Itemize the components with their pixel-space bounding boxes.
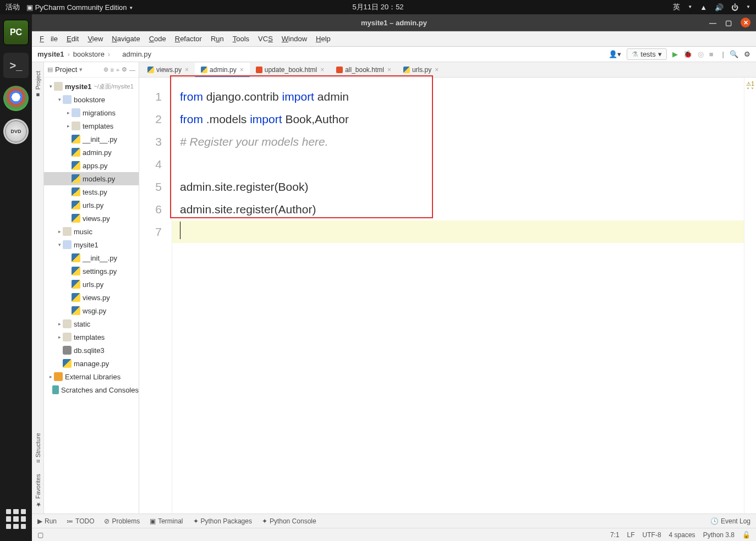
status-interpreter[interactable]: Python 3.8	[703, 531, 735, 539]
settings-icon[interactable]: ⚙	[744, 50, 750, 58]
menu-code[interactable]: Code	[146, 34, 169, 44]
tree-row[interactable]: mysite1	[44, 238, 139, 251]
crumb-file[interactable]: admin.py	[113, 50, 151, 59]
editor-tab[interactable]: views.py×	[141, 63, 195, 77]
minimize-icon[interactable]: —	[709, 19, 716, 27]
hide-icon[interactable]: —	[129, 67, 135, 73]
toolwin-python-console[interactable]: ✦ Python Console	[262, 517, 316, 525]
close-tab-icon[interactable]: ×	[185, 66, 189, 74]
code-editor[interactable]: 1234567 from django.contrib import admin…	[139, 78, 756, 514]
tree-row[interactable]: db.sqlite3	[44, 344, 139, 357]
tree-row[interactable]: External Libraries	[44, 370, 139, 383]
editor-tab[interactable]: update_book.html×	[250, 63, 330, 77]
menu-view[interactable]: View	[84, 34, 106, 44]
tree-row[interactable]: models.py	[44, 172, 139, 185]
chevron-down-icon[interactable]: ▾	[79, 66, 83, 73]
menu-help[interactable]: Help	[313, 34, 334, 44]
tree-row[interactable]: views.py	[44, 291, 139, 304]
run-button[interactable]: ▶	[672, 50, 678, 58]
project-view-title[interactable]: Project	[55, 65, 77, 74]
editor-tab[interactable]: urls.py×	[397, 63, 445, 77]
toolwin-problems[interactable]: ⊘ Problems	[104, 517, 140, 525]
tree-row[interactable]: templates	[44, 330, 139, 344]
toolwin-terminal[interactable]: ▣ Terminal	[150, 517, 183, 525]
toolwin-python-packages[interactable]: ✦ Python Packages	[193, 517, 252, 525]
tree-row[interactable]: __init__.py	[44, 251, 139, 264]
stop-button[interactable]: ■	[709, 50, 714, 58]
status-line-sep[interactable]: LF	[627, 531, 635, 539]
menu-run[interactable]: Run	[207, 34, 227, 44]
close-tab-icon[interactable]: ×	[387, 66, 391, 74]
input-lang[interactable]: 英	[673, 2, 680, 12]
crumb-folder[interactable]: bookstore	[73, 50, 105, 58]
tree-row[interactable]: admin.py	[44, 146, 139, 159]
network-icon[interactable]: ▲	[700, 3, 707, 12]
crumb-root[interactable]: mysite1	[37, 50, 64, 58]
tree-row[interactable]: urls.py	[44, 198, 139, 212]
expand-all-icon[interactable]: ≡	[111, 67, 114, 73]
collapse-all-icon[interactable]: ÷	[116, 67, 119, 73]
tree-row[interactable]: static	[44, 317, 139, 330]
tree-row[interactable]: bookstore	[44, 93, 139, 106]
project-tree[interactable]: mysite1~/桌面/mysite1bookstoremigrationste…	[44, 78, 139, 514]
tree-row[interactable]: music	[44, 225, 139, 238]
status-encoding[interactable]: UTF-8	[643, 531, 661, 539]
tree-row[interactable]: settings.py	[44, 264, 139, 278]
menu-window[interactable]: Window	[278, 34, 310, 44]
menu-vcs[interactable]: VCS	[255, 34, 276, 44]
close-tab-icon[interactable]: ×	[435, 66, 439, 74]
volume-icon[interactable]: 🔊	[715, 3, 724, 12]
tree-row[interactable]: mysite1~/桌面/mysite1	[44, 80, 139, 93]
close-tab-icon[interactable]: ×	[320, 66, 324, 74]
status-caret-pos[interactable]: 7:1	[610, 531, 620, 539]
search-everywhere-icon[interactable]: 🔍	[730, 50, 738, 58]
toolwin-project-tab[interactable]: ■Project	[34, 65, 42, 104]
tree-row[interactable]: migrations	[44, 106, 139, 119]
toolwin-event-log[interactable]: 🕓 Event Log	[710, 517, 750, 525]
debug-button[interactable]: 🐞	[683, 50, 692, 58]
toolwin-run[interactable]: ▶ Run	[37, 517, 57, 525]
launcher-dvd-icon[interactable]: DVD	[3, 119, 29, 144]
window-titlebar[interactable]: mysite1 – admin.py — ▢ ✕	[32, 14, 756, 31]
tree-row[interactable]: wsgi.py	[44, 304, 139, 317]
user-avatar-icon[interactable]: 👤▾	[609, 50, 621, 58]
toolwin-structure-tab[interactable]: ≡Structure	[34, 427, 42, 468]
tree-row[interactable]: __init__.py	[44, 133, 139, 146]
status-indent[interactable]: 4 spaces	[669, 531, 695, 539]
tree-row[interactable]: urls.py	[44, 278, 139, 291]
menu-refactor[interactable]: Refactor	[172, 34, 205, 44]
tree-row[interactable]: apps.py	[44, 159, 139, 172]
menu-file[interactable]: File	[36, 34, 61, 44]
os-app-indicator[interactable]: ▣ PyCharm Community Edition ▼	[26, 3, 133, 12]
locate-icon[interactable]: ⊚	[103, 66, 108, 73]
menu-tools[interactable]: Tools	[229, 34, 253, 44]
tree-row[interactable]: tests.py	[44, 185, 139, 198]
editor-tab[interactable]: all_book.html×	[330, 63, 397, 77]
toolwin-favorites-tab[interactable]: ★Favorites	[33, 468, 42, 514]
tree-row[interactable]: manage.py	[44, 357, 139, 370]
toolwin-todo[interactable]: ≔ TODO	[67, 517, 94, 525]
maximize-icon[interactable]: ▢	[725, 19, 732, 27]
run-config-selector[interactable]: ⚗tests ▾	[627, 48, 666, 60]
status-ide-icon[interactable]: ▢	[37, 531, 43, 539]
close-icon[interactable]: ✕	[741, 18, 750, 27]
menu-edit[interactable]: Edit	[63, 34, 82, 44]
tree-row[interactable]: Scratches and Consoles	[44, 383, 139, 396]
code-content[interactable]: from django.contrib import admin from .m…	[172, 78, 744, 514]
os-clock[interactable]: 5月11日 20：52	[352, 2, 403, 12]
warning-icon[interactable]: ⚠1 ˄ ˅	[744, 81, 756, 93]
coverage-button[interactable]: ◎	[698, 50, 704, 58]
launcher-pycharm-icon[interactable]: PC	[3, 20, 29, 45]
launcher-chrome-icon[interactable]	[3, 86, 29, 111]
close-tab-icon[interactable]: ×	[240, 66, 244, 74]
launcher-terminal-icon[interactable]: >_	[3, 53, 29, 78]
menu-navigate[interactable]: Navigate	[108, 34, 143, 44]
gear-icon[interactable]: ⚙	[122, 66, 127, 73]
activities-label[interactable]: 活动	[6, 2, 20, 12]
tree-row[interactable]: templates	[44, 119, 139, 133]
tree-row[interactable]: views.py	[44, 212, 139, 225]
power-icon[interactable]: ⏻	[731, 3, 738, 12]
launcher-apps-grid-icon[interactable]	[5, 508, 27, 530]
lock-icon[interactable]: 🔓	[742, 531, 750, 539]
editor-tab[interactable]: admin.py×	[195, 63, 250, 77]
